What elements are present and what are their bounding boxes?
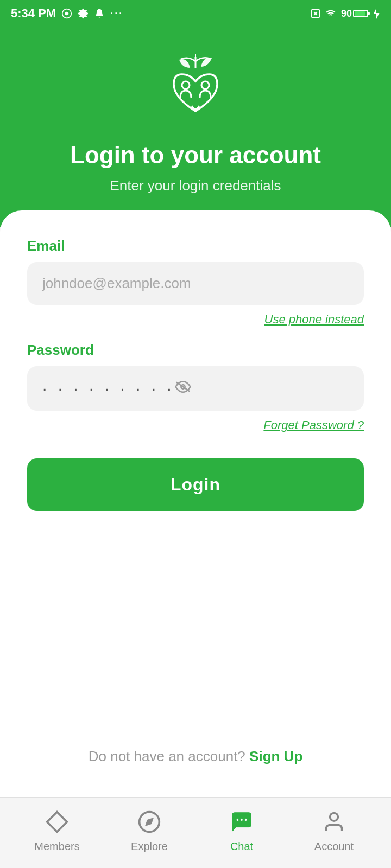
forgot-password-link[interactable]: Forget Password ? (263, 418, 364, 432)
nav-item-account[interactable]: Account (288, 808, 380, 853)
signup-link[interactable]: Sign Up (249, 748, 302, 764)
password-label: Password (27, 342, 364, 359)
use-phone-link[interactable]: Use phone instead (264, 312, 364, 326)
svg-point-1 (65, 12, 69, 16)
members-icon (43, 808, 71, 836)
svg-marker-13 (146, 818, 154, 826)
svg-point-15 (241, 819, 243, 821)
svg-point-14 (236, 819, 239, 821)
status-bar-left: 5:34 PM ··· (11, 7, 123, 21)
nav-item-members[interactable]: Members (11, 808, 103, 853)
svg-marker-5 (374, 8, 380, 19)
signup-section: Do not have an account? Sign Up (27, 748, 364, 776)
account-label: Account (314, 840, 354, 853)
chat-icon (228, 808, 256, 836)
bottom-nav: Members Explore Chat (0, 797, 391, 868)
email-input-wrapper[interactable] (27, 262, 364, 305)
page-title: Login to your account (70, 141, 321, 170)
app-logo (160, 52, 231, 122)
svg-point-17 (330, 813, 338, 821)
notification-icon (94, 8, 105, 19)
login-button[interactable]: Login (27, 458, 364, 511)
time-display: 5:34 PM (11, 7, 56, 21)
svg-point-7 (182, 81, 190, 89)
password-dots: · · · · · · · · · (42, 379, 175, 398)
status-bar-right: 90 (311, 8, 380, 20)
email-label: Email (27, 238, 364, 254)
battery-fill (355, 11, 365, 16)
svg-point-16 (244, 819, 247, 821)
account-icon (320, 808, 348, 836)
explore-icon (135, 808, 163, 836)
logo-container (157, 49, 234, 125)
wifi-icon (325, 9, 337, 18)
charging-icon (373, 8, 380, 20)
signup-prompt-text: Do not have an account? (89, 748, 245, 764)
forgot-password-wrapper: Forget Password ? (27, 418, 364, 432)
status-bar: 5:34 PM ··· 90 (0, 0, 391, 27)
chat-label: Chat (230, 840, 253, 853)
svg-marker-11 (47, 812, 67, 832)
members-label: Members (34, 840, 79, 853)
nav-item-chat[interactable]: Chat (195, 808, 288, 853)
explore-label: Explore (131, 840, 168, 853)
close-icon (311, 9, 320, 18)
dots-menu: ··· (110, 8, 123, 20)
battery-box (353, 10, 368, 17)
toggle-password-icon[interactable] (175, 380, 191, 397)
login-card: Email Use phone instead Password · · · ·… (0, 210, 391, 797)
battery-indicator: 90 (341, 8, 368, 20)
header-area: Login to your account Enter your login c… (0, 27, 391, 227)
page-subtitle: Enter your login credentials (110, 177, 281, 194)
nav-item-explore[interactable]: Explore (103, 808, 195, 853)
password-input-wrapper[interactable]: · · · · · · · · · (27, 366, 364, 411)
battery-level: 90 (341, 8, 352, 20)
email-input[interactable] (42, 275, 349, 292)
settings-icon (78, 8, 89, 19)
use-phone-wrapper: Use phone instead (27, 312, 364, 327)
location-icon (61, 8, 72, 19)
svg-point-8 (201, 81, 209, 89)
